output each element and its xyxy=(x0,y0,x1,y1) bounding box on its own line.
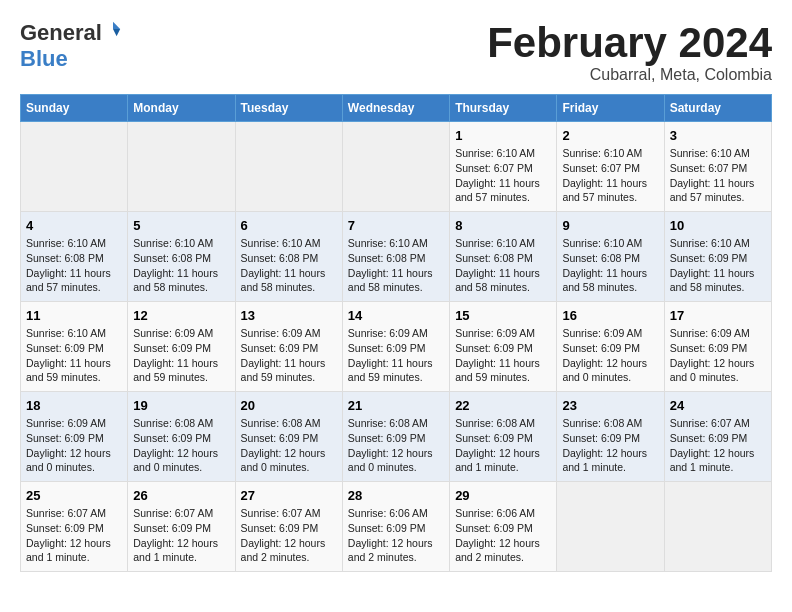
week-row-2: 4Sunrise: 6:10 AM Sunset: 6:08 PM Daylig… xyxy=(21,212,772,302)
calendar-cell xyxy=(664,482,771,572)
calendar-cell xyxy=(21,122,128,212)
calendar-cell: 8Sunrise: 6:10 AM Sunset: 6:08 PM Daylig… xyxy=(450,212,557,302)
day-number: 2 xyxy=(562,128,658,143)
weekday-header-saturday: Saturday xyxy=(664,95,771,122)
calendar-cell: 26Sunrise: 6:07 AM Sunset: 6:09 PM Dayli… xyxy=(128,482,235,572)
calendar-cell: 4Sunrise: 6:10 AM Sunset: 6:08 PM Daylig… xyxy=(21,212,128,302)
day-info: Sunrise: 6:07 AM Sunset: 6:09 PM Dayligh… xyxy=(26,506,122,565)
day-number: 3 xyxy=(670,128,766,143)
calendar-cell: 23Sunrise: 6:08 AM Sunset: 6:09 PM Dayli… xyxy=(557,392,664,482)
day-info: Sunrise: 6:07 AM Sunset: 6:09 PM Dayligh… xyxy=(241,506,337,565)
logo-general-text: General xyxy=(20,20,102,46)
day-number: 24 xyxy=(670,398,766,413)
calendar-cell: 12Sunrise: 6:09 AM Sunset: 6:09 PM Dayli… xyxy=(128,302,235,392)
calendar-cell: 28Sunrise: 6:06 AM Sunset: 6:09 PM Dayli… xyxy=(342,482,449,572)
day-number: 22 xyxy=(455,398,551,413)
day-info: Sunrise: 6:08 AM Sunset: 6:09 PM Dayligh… xyxy=(133,416,229,475)
day-info: Sunrise: 6:10 AM Sunset: 6:08 PM Dayligh… xyxy=(26,236,122,295)
day-number: 25 xyxy=(26,488,122,503)
day-info: Sunrise: 6:10 AM Sunset: 6:08 PM Dayligh… xyxy=(133,236,229,295)
day-info: Sunrise: 6:10 AM Sunset: 6:08 PM Dayligh… xyxy=(562,236,658,295)
day-info: Sunrise: 6:09 AM Sunset: 6:09 PM Dayligh… xyxy=(562,326,658,385)
logo-blue-text: Blue xyxy=(20,46,68,72)
calendar-cell xyxy=(128,122,235,212)
day-info: Sunrise: 6:10 AM Sunset: 6:07 PM Dayligh… xyxy=(562,146,658,205)
day-number: 23 xyxy=(562,398,658,413)
calendar-cell: 29Sunrise: 6:06 AM Sunset: 6:09 PM Dayli… xyxy=(450,482,557,572)
day-number: 8 xyxy=(455,218,551,233)
weekday-header-tuesday: Tuesday xyxy=(235,95,342,122)
day-number: 10 xyxy=(670,218,766,233)
svg-marker-0 xyxy=(113,22,120,29)
day-info: Sunrise: 6:09 AM Sunset: 6:09 PM Dayligh… xyxy=(133,326,229,385)
calendar-cell: 22Sunrise: 6:08 AM Sunset: 6:09 PM Dayli… xyxy=(450,392,557,482)
day-info: Sunrise: 6:10 AM Sunset: 6:09 PM Dayligh… xyxy=(26,326,122,385)
day-info: Sunrise: 6:09 AM Sunset: 6:09 PM Dayligh… xyxy=(26,416,122,475)
day-info: Sunrise: 6:10 AM Sunset: 6:07 PM Dayligh… xyxy=(670,146,766,205)
weekday-header-monday: Monday xyxy=(128,95,235,122)
week-row-1: 1Sunrise: 6:10 AM Sunset: 6:07 PM Daylig… xyxy=(21,122,772,212)
calendar-cell: 11Sunrise: 6:10 AM Sunset: 6:09 PM Dayli… xyxy=(21,302,128,392)
day-number: 27 xyxy=(241,488,337,503)
svg-marker-1 xyxy=(113,29,120,36)
calendar-cell: 21Sunrise: 6:08 AM Sunset: 6:09 PM Dayli… xyxy=(342,392,449,482)
weekday-header-sunday: Sunday xyxy=(21,95,128,122)
calendar-cell: 15Sunrise: 6:09 AM Sunset: 6:09 PM Dayli… xyxy=(450,302,557,392)
day-number: 12 xyxy=(133,308,229,323)
logo-icon xyxy=(104,20,122,38)
calendar-cell: 19Sunrise: 6:08 AM Sunset: 6:09 PM Dayli… xyxy=(128,392,235,482)
day-info: Sunrise: 6:06 AM Sunset: 6:09 PM Dayligh… xyxy=(455,506,551,565)
day-info: Sunrise: 6:10 AM Sunset: 6:09 PM Dayligh… xyxy=(670,236,766,295)
calendar-cell: 7Sunrise: 6:10 AM Sunset: 6:08 PM Daylig… xyxy=(342,212,449,302)
calendar-cell: 13Sunrise: 6:09 AM Sunset: 6:09 PM Dayli… xyxy=(235,302,342,392)
month-title: February 2024 xyxy=(487,20,772,66)
calendar-cell: 17Sunrise: 6:09 AM Sunset: 6:09 PM Dayli… xyxy=(664,302,771,392)
calendar-cell: 9Sunrise: 6:10 AM Sunset: 6:08 PM Daylig… xyxy=(557,212,664,302)
day-number: 18 xyxy=(26,398,122,413)
day-info: Sunrise: 6:06 AM Sunset: 6:09 PM Dayligh… xyxy=(348,506,444,565)
location-subtitle: Cubarral, Meta, Colombia xyxy=(487,66,772,84)
day-info: Sunrise: 6:10 AM Sunset: 6:08 PM Dayligh… xyxy=(241,236,337,295)
calendar-cell: 27Sunrise: 6:07 AM Sunset: 6:09 PM Dayli… xyxy=(235,482,342,572)
calendar-cell xyxy=(235,122,342,212)
day-number: 9 xyxy=(562,218,658,233)
day-info: Sunrise: 6:07 AM Sunset: 6:09 PM Dayligh… xyxy=(670,416,766,475)
day-number: 14 xyxy=(348,308,444,323)
day-number: 11 xyxy=(26,308,122,323)
day-info: Sunrise: 6:09 AM Sunset: 6:09 PM Dayligh… xyxy=(241,326,337,385)
day-number: 1 xyxy=(455,128,551,143)
calendar-cell: 6Sunrise: 6:10 AM Sunset: 6:08 PM Daylig… xyxy=(235,212,342,302)
calendar-cell: 24Sunrise: 6:07 AM Sunset: 6:09 PM Dayli… xyxy=(664,392,771,482)
day-number: 21 xyxy=(348,398,444,413)
calendar-cell xyxy=(342,122,449,212)
weekday-header-thursday: Thursday xyxy=(450,95,557,122)
day-number: 19 xyxy=(133,398,229,413)
day-info: Sunrise: 6:07 AM Sunset: 6:09 PM Dayligh… xyxy=(133,506,229,565)
calendar-cell: 10Sunrise: 6:10 AM Sunset: 6:09 PM Dayli… xyxy=(664,212,771,302)
week-row-4: 18Sunrise: 6:09 AM Sunset: 6:09 PM Dayli… xyxy=(21,392,772,482)
calendar-cell: 18Sunrise: 6:09 AM Sunset: 6:09 PM Dayli… xyxy=(21,392,128,482)
logo: General Blue xyxy=(20,20,122,72)
day-number: 15 xyxy=(455,308,551,323)
day-number: 7 xyxy=(348,218,444,233)
calendar-cell: 25Sunrise: 6:07 AM Sunset: 6:09 PM Dayli… xyxy=(21,482,128,572)
weekday-header-friday: Friday xyxy=(557,95,664,122)
day-number: 13 xyxy=(241,308,337,323)
week-row-3: 11Sunrise: 6:10 AM Sunset: 6:09 PM Dayli… xyxy=(21,302,772,392)
day-number: 4 xyxy=(26,218,122,233)
day-number: 26 xyxy=(133,488,229,503)
day-info: Sunrise: 6:10 AM Sunset: 6:08 PM Dayligh… xyxy=(348,236,444,295)
calendar-cell: 5Sunrise: 6:10 AM Sunset: 6:08 PM Daylig… xyxy=(128,212,235,302)
calendar-cell: 3Sunrise: 6:10 AM Sunset: 6:07 PM Daylig… xyxy=(664,122,771,212)
day-info: Sunrise: 6:09 AM Sunset: 6:09 PM Dayligh… xyxy=(348,326,444,385)
calendar-table: SundayMondayTuesdayWednesdayThursdayFrid… xyxy=(20,94,772,572)
day-number: 6 xyxy=(241,218,337,233)
day-info: Sunrise: 6:08 AM Sunset: 6:09 PM Dayligh… xyxy=(562,416,658,475)
day-info: Sunrise: 6:08 AM Sunset: 6:09 PM Dayligh… xyxy=(455,416,551,475)
day-number: 28 xyxy=(348,488,444,503)
day-number: 29 xyxy=(455,488,551,503)
day-info: Sunrise: 6:09 AM Sunset: 6:09 PM Dayligh… xyxy=(455,326,551,385)
day-info: Sunrise: 6:10 AM Sunset: 6:07 PM Dayligh… xyxy=(455,146,551,205)
calendar-cell: 16Sunrise: 6:09 AM Sunset: 6:09 PM Dayli… xyxy=(557,302,664,392)
weekday-header-row: SundayMondayTuesdayWednesdayThursdayFrid… xyxy=(21,95,772,122)
